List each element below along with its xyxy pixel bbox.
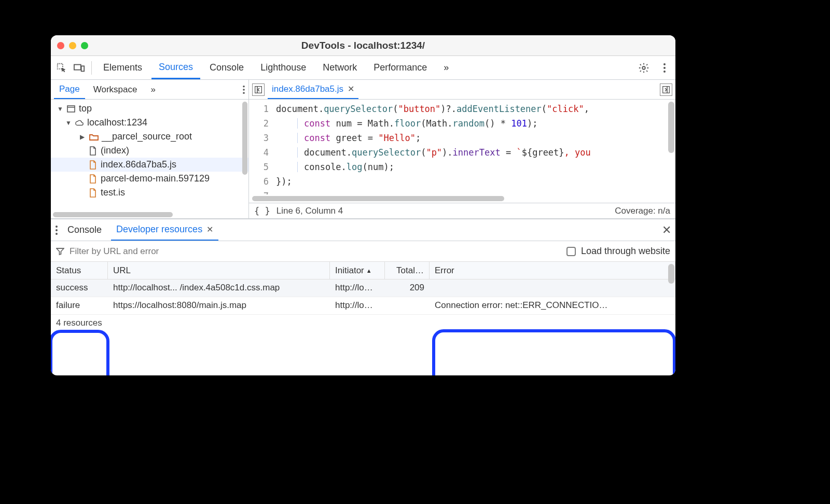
load-through-label: Load through website [581,246,670,257]
editor-statusbar: { } Line 6, Column 4 Coverage: n/a [249,203,675,218]
tree-label: index.86da7ba5.js [101,159,176,170]
folder-icon [89,132,99,142]
tree-file[interactable]: (index) [51,144,248,158]
editor-tab-label: index.86da7ba5.js [272,84,343,94]
table-row[interactable]: success http://localhost... /index.4a508… [51,279,675,297]
resources-table: Status URL Initiator▲ Total… Error succe… [51,262,675,332]
drawer-tab-devresources[interactable]: Developer resources ✕ [111,219,218,241]
navigator-hscroll[interactable] [51,211,248,218]
tree-label: parcel-demo-main.597129 [101,173,210,184]
titlebar: DevTools - localhost:1234/ [51,35,675,56]
col-total[interactable]: Total… [385,262,430,279]
tree-file[interactable]: test.is [51,186,248,200]
document-icon [88,146,98,156]
tree-label: __parcel_source_root [102,131,192,142]
device-toolbar-icon[interactable] [72,60,87,76]
inspect-element-icon[interactable] [54,60,70,76]
tab-lighthouse[interactable]: Lighthouse [253,56,313,79]
sources-panel: Page Workspace » ▼ top ▼ localhost:1234 [51,80,675,219]
svg-point-3 [642,66,645,69]
file-tree[interactable]: ▼ top ▼ localhost:1234 ▶ __parcel_source… [51,100,248,211]
load-through-checkbox[interactable] [566,247,576,256]
close-drawer-icon[interactable]: ✕ [662,223,671,237]
svg-point-9 [243,92,245,94]
svg-point-6 [663,71,666,73]
navigator-pane: Page Workspace » ▼ top ▼ localhost:1234 [51,80,249,218]
cursor-position: Line 6, Column 4 [276,206,343,216]
navigator-vscroll[interactable] [241,101,248,211]
filter-icon[interactable] [56,247,64,256]
table-row[interactable]: failure https://localhost:8080/main.js.m… [51,297,675,315]
tab-elements[interactable]: Elements [96,56,149,79]
editor-body[interactable]: 1234567 document.querySelector("button")… [249,100,675,194]
divider [91,61,92,75]
col-initiator[interactable]: Initiator▲ [330,262,385,279]
navigator-kebab-icon[interactable] [242,85,245,94]
editor-hscroll[interactable] [249,194,675,203]
frame-icon [66,104,76,114]
kebab-menu-icon[interactable] [657,60,672,76]
sort-asc-icon: ▲ [366,268,372,274]
maximize-window-icon[interactable] [81,42,88,49]
svg-point-8 [243,89,245,91]
tree-file-selected[interactable]: index.86da7ba5.js [51,158,248,172]
editor-tabs: index.86da7ba5.js ✕ [249,80,675,100]
nav-tabs-overflow-icon[interactable]: » [145,80,160,99]
svg-rect-10 [67,106,75,112]
tree-folder[interactable]: ▶ __parcel_source_root [51,130,248,144]
col-url[interactable]: URL [108,262,330,279]
drawer: Console Developer resources ✕ ✕ Load thr… [51,219,675,375]
main-toolbar: Elements Sources Console Lighthouse Netw… [51,56,675,80]
tree-file[interactable]: parcel-demo-main.597129 [51,172,248,186]
table-footer: 4 resources [51,315,675,332]
drawer-kebab-icon[interactable] [55,225,58,235]
svg-point-5 [663,67,666,69]
svg-point-7 [243,85,245,87]
cloud-icon [75,118,84,128]
drawer-tab-console[interactable]: Console [62,219,107,241]
tab-network[interactable]: Network [315,56,364,79]
js-file-icon [88,174,98,184]
svg-rect-2 [81,66,85,71]
devtools-window: DevTools - localhost:1234/ Elements Sour… [51,35,675,375]
editor-vscroll[interactable] [668,102,674,159]
table-vscroll[interactable] [668,264,674,284]
window-title: DevTools - localhost:1234/ [301,40,425,51]
tree-label: (index) [101,145,129,156]
tabs-overflow-icon[interactable]: » [436,56,456,79]
tab-sources[interactable]: Sources [151,56,200,79]
close-drawer-tab-icon[interactable]: ✕ [206,225,213,234]
drawer-tabs: Console Developer resources ✕ ✕ [51,219,675,241]
minimize-window-icon[interactable] [69,42,76,49]
filter-row: Load through website [51,241,675,262]
tree-host[interactable]: ▼ localhost:1234 [51,116,248,130]
filter-input[interactable] [70,246,561,257]
coverage-status: Coverage: n/a [615,206,670,216]
svg-point-4 [663,63,666,65]
editor-tab[interactable]: index.86da7ba5.js ✕ [268,80,358,99]
settings-gear-icon[interactable] [636,60,652,76]
col-error[interactable]: Error [430,262,675,279]
svg-rect-1 [74,64,81,69]
show-debugger-icon[interactable] [660,83,672,96]
pretty-print-icon[interactable]: { } [254,206,270,216]
svg-point-17 [56,229,58,231]
tree-label: localhost:1234 [87,117,147,128]
nav-tab-workspace[interactable]: Workspace [88,80,143,99]
svg-point-18 [56,233,58,235]
tab-performance[interactable]: Performance [366,56,434,79]
js-file-icon [88,160,98,170]
navigator-tabs: Page Workspace » [51,80,248,100]
close-tab-icon[interactable]: ✕ [348,84,354,94]
tree-label: top [79,103,92,114]
editor-pane: index.86da7ba5.js ✕ 1234567 document.que… [249,80,675,218]
col-status[interactable]: Status [51,262,108,279]
nav-tab-page[interactable]: Page [54,80,85,99]
tree-top[interactable]: ▼ top [51,102,248,116]
show-navigator-icon[interactable] [252,83,265,96]
line-gutter: 1234567 [249,100,276,194]
code-area[interactable]: document.querySelector("button")?.addEve… [276,100,675,194]
close-window-icon[interactable] [57,42,64,49]
traffic-lights [57,42,88,49]
tab-console[interactable]: Console [202,56,251,79]
